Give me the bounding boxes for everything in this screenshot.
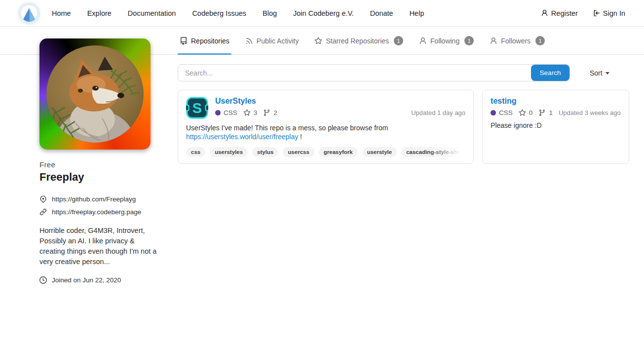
tab-label: Starred Repositories xyxy=(326,37,389,45)
repo-description-suffix: ! xyxy=(298,133,302,141)
nav-link-help[interactable]: Help xyxy=(410,9,424,17)
sort-dropdown[interactable]: Sort xyxy=(590,69,609,77)
person-icon xyxy=(419,37,427,45)
repo-description-text: UserStyles I've made! This repo is a mes… xyxy=(186,124,388,132)
topic-tag[interactable]: userstyles xyxy=(210,147,248,157)
star-count: 0 xyxy=(529,109,533,116)
topic-tag[interactable]: stylus xyxy=(252,147,278,157)
nav-link-explore[interactable]: Explore xyxy=(87,9,112,17)
topic-tag[interactable]: userstyle xyxy=(362,147,397,157)
repo-topics: css userstyles stylus usercss greasyfork… xyxy=(186,147,465,157)
profile-location: https://github.com/Freeplayg xyxy=(52,195,136,203)
display-name: Free xyxy=(39,160,159,169)
topic-tag[interactable]: usercss xyxy=(283,147,314,157)
language-label: CSS xyxy=(224,109,237,116)
repo-search-row: Search Sort xyxy=(178,64,615,81)
clock-icon xyxy=(39,276,47,284)
tab-public-activity[interactable]: Public Activity xyxy=(243,27,301,54)
repo-card-userstyles: S UserStyles CSS 3 xyxy=(178,90,474,164)
repo-head-main: testing CSS 0 1 Updated 3 weeks ago xyxy=(491,97,621,116)
tab-following[interactable]: Following 1 xyxy=(417,27,476,54)
tab-label: Following xyxy=(430,37,459,45)
following-count-badge: 1 xyxy=(464,36,474,45)
repo-description: Please ignore :D xyxy=(491,121,621,130)
svg-text:S: S xyxy=(192,100,202,116)
search-button[interactable]: Search xyxy=(531,65,569,81)
updated-timestamp: Updated 1 day ago xyxy=(411,109,465,116)
repo-avatar: S xyxy=(186,97,208,119)
profile-joined: Joined on Jun 22, 2020 xyxy=(52,276,121,284)
topic-tag[interactable]: css xyxy=(186,147,205,157)
sign-in-label: Sign In xyxy=(603,9,625,17)
tab-starred-repositories[interactable]: Starred Repositories 1 xyxy=(312,27,405,54)
repo-head-main: UserStyles CSS 3 2 Updated 1 day ago xyxy=(215,97,465,119)
nav-link-blog[interactable]: Blog xyxy=(263,9,277,17)
repo-stats: CSS 3 2 Updated 1 day ago xyxy=(215,109,465,116)
repo-card-header: S UserStyles CSS 3 xyxy=(186,97,465,119)
sign-in-icon xyxy=(593,9,600,17)
repo-card-testing: testing CSS 0 1 Updated 3 weeks ago Plea… xyxy=(482,90,629,164)
location-pin-icon xyxy=(39,195,47,203)
language-label: CSS xyxy=(499,109,513,116)
tab-followers[interactable]: Followers 1 xyxy=(488,27,547,54)
profile-joined-row: Joined on Jun 22, 2020 xyxy=(39,276,159,284)
nav-link-codeberg-issues[interactable]: Codeberg Issues xyxy=(192,9,246,17)
repo-stats: CSS 0 1 Updated 3 weeks ago xyxy=(491,109,621,116)
profile-website-row: https://freeplay.codeberg.page xyxy=(39,208,159,216)
fork-count: 2 xyxy=(273,109,277,116)
profile-website-link[interactable]: https://freeplay.codeberg.page xyxy=(52,208,141,216)
topic-tag[interactable]: greasyfork xyxy=(319,147,358,157)
main-content: Search Sort S UserStyles xyxy=(178,64,615,164)
updated-timestamp: Updated 3 weeks ago xyxy=(559,109,621,116)
tab-label: Repositories xyxy=(191,37,229,45)
starred-count-badge: 1 xyxy=(394,36,403,45)
profile-bio: Horrible coder, G4M3R, Introvert, Possib… xyxy=(39,226,159,267)
userstyles-logo-icon: S xyxy=(186,97,208,119)
star-icon xyxy=(519,109,526,116)
link-icon xyxy=(39,208,47,216)
user-avatar-photo xyxy=(46,45,144,143)
profile-tabs: Repositories Public Activity Starred Rep… xyxy=(178,27,547,54)
codeberg-logo[interactable] xyxy=(20,4,38,23)
person-icon xyxy=(541,9,548,17)
topic-tag[interactable]: cascading-style-she xyxy=(401,147,465,157)
tab-repositories[interactable]: Repositories xyxy=(178,27,231,54)
top-navbar: Home Explore Documentation Codeberg Issu… xyxy=(0,0,644,27)
username: Freeplay xyxy=(39,171,159,184)
nav-link-donate[interactable]: Donate xyxy=(370,9,393,17)
user-avatar xyxy=(39,38,151,150)
star-icon xyxy=(314,37,322,45)
fox-photo xyxy=(46,45,144,143)
nav-link-join-codeberg[interactable]: Join Codeberg e.V. xyxy=(293,9,354,17)
tab-label: Followers xyxy=(501,37,530,45)
fork-icon xyxy=(263,109,270,116)
search-box: Search xyxy=(178,64,570,81)
language-color-dot xyxy=(215,110,221,115)
star-count: 3 xyxy=(254,109,258,116)
repository-list: S UserStyles CSS 3 xyxy=(178,90,615,164)
repo-book-icon xyxy=(180,37,188,45)
followers-count-badge: 1 xyxy=(535,36,545,45)
sign-in-button[interactable]: Sign In xyxy=(593,9,625,17)
star-icon xyxy=(243,109,251,116)
repo-link[interactable]: testing xyxy=(491,97,516,106)
chevron-down-icon xyxy=(606,72,609,75)
sort-label: Sort xyxy=(590,69,603,77)
codeberg-mountain-icon xyxy=(20,4,38,23)
fork-icon xyxy=(538,109,546,116)
repo-link[interactable]: UserStyles xyxy=(215,97,256,106)
search-input[interactable] xyxy=(178,65,569,81)
profile-sidebar: Free Freeplay https://github.com/Freepla… xyxy=(39,160,159,289)
rss-icon xyxy=(245,37,253,45)
nav-link-documentation[interactable]: Documentation xyxy=(128,9,176,17)
language-color-dot xyxy=(491,110,496,115)
repo-description-link[interactable]: https://userstyles.world/user/freeplay xyxy=(186,133,298,141)
profile-location-row: https://github.com/Freeplayg xyxy=(39,195,159,203)
nav-auth-area: Register Sign In xyxy=(541,9,625,17)
nav-link-home[interactable]: Home xyxy=(52,9,71,17)
person-icon xyxy=(490,37,497,45)
nav-links: Home Explore Documentation Codeberg Issu… xyxy=(52,9,424,17)
fork-count: 1 xyxy=(549,109,553,116)
register-button[interactable]: Register xyxy=(541,9,578,17)
tab-label: Public Activity xyxy=(257,37,299,45)
